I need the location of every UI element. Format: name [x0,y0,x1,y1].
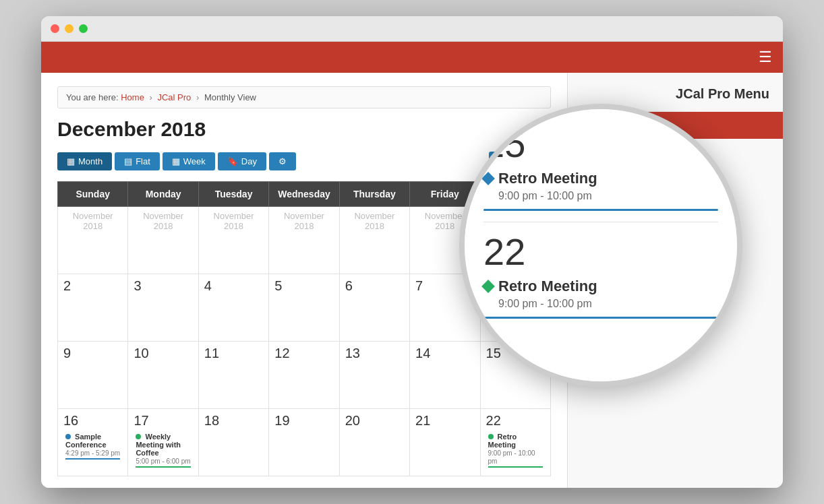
magnifier-event-title-15: Retro Meeting [483,170,718,187]
magnifier-content: 15 Retro Meeting 9:00 pm - 10:00 pm 22 R… [465,109,737,381]
breadcrumb-home[interactable]: Home [121,92,144,102]
calendar-toolbar: ▦ Month ▤ Flat ▦ Week 🔖 Day [57,152,551,170]
calendar-cell[interactable]: 13 [339,342,409,409]
magnifier-event-time-15: 9:00 pm - 10:00 pm [498,190,718,202]
magnifier-event-line-15 [483,209,718,211]
breadcrumb-current: Monthly View [204,92,256,102]
col-sunday: Sunday [58,182,128,207]
magnifier-overlay: 15 Retro Meeting 9:00 pm - 10:00 pm 22 R… [459,104,742,387]
calendar-cell[interactable]: 3 [128,274,198,342]
week-label: Week [183,156,206,166]
col-tuesday: Tuesday [198,182,268,207]
breadcrumb-jcal[interactable]: JCal Pro [157,92,191,102]
top-bar: ☰ [41,42,783,73]
calendar-cell[interactable]: 14 [410,342,480,409]
calendar-cell-17[interactable]: 17 Weekly Meeting with Coffee 5:00 pm - … [128,409,198,476]
calendar-cell[interactable]: 11 [198,342,268,409]
sidebar-title: JCal Pro Menu [581,86,769,102]
gear-icon: ⚙ [278,156,287,166]
calendar-cell[interactable]: 10 [128,342,198,409]
calendar-cell[interactable]: 2 [58,274,128,342]
diamond-icon-green [481,280,495,293]
settings-button[interactable]: ⚙ [269,152,296,170]
table-row: 16 Sample Conference 4:29 pm - 5:29 pm 1… [58,409,551,476]
calendar-cell-16[interactable]: 16 Sample Conference 4:29 pm - 5:29 pm [58,409,128,476]
toolbar-left: ▦ Month ▤ Flat ▦ Week 🔖 Day [57,152,296,170]
event-title: Weekly Meeting with Coffee [136,433,181,457]
calendar-title: December 2018 [57,118,551,141]
calendar-cell-21[interactable]: 21 [410,409,480,476]
magnifier-day-22: 22 [483,233,718,271]
calendar-cell-18[interactable]: 18 [198,409,268,476]
col-thursday: Thursday [339,182,409,207]
calendar-cell[interactable]: 12 [269,342,339,409]
close-dot[interactable] [51,24,59,33]
calendar-cell[interactable]: November2018 [58,207,128,274]
calendar-cell[interactable]: November2018 [198,207,268,274]
event-time: 9:00 pm - 10:00 pm [488,449,535,465]
magnifier-event-title-22: Retro Meeting [483,278,718,295]
magnifier-event-22: Retro Meeting 9:00 pm - 10:00 pm [483,278,718,319]
mac-window: ☰ You are here: Home › JCal Pro › Monthl… [41,16,783,488]
calendar-cell[interactable]: November2018 [269,207,339,274]
maximize-dot[interactable] [79,24,88,33]
calendar-cell[interactable]: November2018 [128,207,198,274]
diamond-icon-blue [481,172,495,185]
col-monday: Monday [128,182,198,207]
calendar-cell[interactable]: 5 [269,274,339,342]
flat-view-button[interactable]: ▤ Flat [115,152,160,170]
table-row: 9 10 11 12 13 14 15 [58,342,551,409]
magnifier-event-line-22 [483,317,718,319]
event-time: 4:29 pm - 5:29 pm [65,449,120,457]
col-wednesday: Wednesday [269,182,339,207]
day-label: Day [241,156,257,166]
month-icon: ▦ [67,156,75,166]
calendar-cell[interactable]: 4 [198,274,268,342]
flat-icon: ▤ [124,156,132,166]
magnifier-day-15: 15 [483,125,718,163]
title-bar [41,16,783,42]
calendar-cell-22[interactable]: 22 Retro Meeting 9:00 pm - 10:00 pm [480,409,550,476]
day-view-button[interactable]: 🔖 Day [218,152,266,170]
calendar-cell[interactable]: November2018 [339,207,409,274]
calendar-cell-19[interactable]: 19 [269,409,339,476]
calendar-cell-20[interactable]: 20 [339,409,409,476]
magnifier-event-15: Retro Meeting 9:00 pm - 10:00 pm [483,170,718,211]
magnifier-divider [483,222,718,222]
event-time: 5:00 pm - 6:00 pm [136,458,190,465]
flat-label: Flat [136,156,150,166]
week-icon: ▦ [172,156,180,166]
month-view-button[interactable]: ▦ Month [57,152,112,170]
day-icon: 🔖 [227,156,238,166]
minimize-dot[interactable] [65,24,73,33]
hamburger-icon[interactable]: ☰ [759,49,772,66]
event-title: Sample Conference [65,433,107,449]
calendar-cell[interactable]: 6 [339,274,409,342]
week-view-button[interactable]: ▦ Week [163,152,215,170]
calendar-cell[interactable]: 9 [58,342,128,409]
magnifier-event-time-22: 9:00 pm - 10:00 pm [498,298,718,310]
month-label: Month [78,156,102,166]
breadcrumb: You are here: Home › JCal Pro › Monthly … [57,86,551,108]
